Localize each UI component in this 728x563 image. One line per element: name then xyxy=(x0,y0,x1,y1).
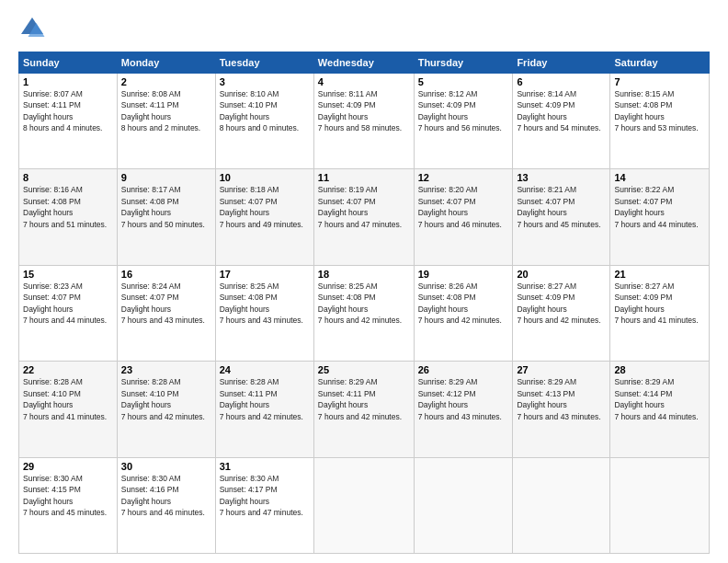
day-info: Sunrise: 8:22 AMSunset: 4:07 PMDaylight … xyxy=(614,185,698,228)
calendar-day-cell: 17 Sunrise: 8:25 AMSunset: 4:08 PMDaylig… xyxy=(215,265,313,361)
calendar-day-cell: 27 Sunrise: 8:29 AMSunset: 4:13 PMDaylig… xyxy=(513,362,610,457)
header xyxy=(18,15,710,42)
day-info: Sunrise: 8:25 AMSunset: 4:08 PMDaylight … xyxy=(220,282,303,325)
calendar-week-row: 8 Sunrise: 8:16 AMSunset: 4:08 PMDayligh… xyxy=(19,169,710,265)
day-info: Sunrise: 8:10 AMSunset: 4:10 PMDaylight … xyxy=(220,89,299,132)
calendar-day-cell: 25 Sunrise: 8:29 AMSunset: 4:11 PMDaylig… xyxy=(313,362,414,457)
calendar-day-cell: 31 Sunrise: 8:30 AMSunset: 4:17 PMDaylig… xyxy=(215,457,313,553)
day-info: Sunrise: 8:29 AMSunset: 4:14 PMDaylight … xyxy=(614,377,698,420)
day-info: Sunrise: 8:28 AMSunset: 4:10 PMDaylight … xyxy=(121,377,205,420)
calendar-day-cell xyxy=(313,457,414,553)
calendar-week-row: 15 Sunrise: 8:23 AMSunset: 4:07 PMDaylig… xyxy=(19,265,710,361)
day-number: 9 xyxy=(121,172,211,183)
calendar-day-cell: 9 Sunrise: 8:17 AMSunset: 4:08 PMDayligh… xyxy=(117,169,215,265)
day-number: 31 xyxy=(220,461,310,472)
day-info: Sunrise: 8:28 AMSunset: 4:10 PMDaylight … xyxy=(23,377,107,420)
weekday-header: Sunday xyxy=(19,52,118,74)
calendar-week-row: 29 Sunrise: 8:30 AMSunset: 4:15 PMDaylig… xyxy=(19,457,710,553)
day-number: 18 xyxy=(318,269,410,280)
weekday-header: Tuesday xyxy=(215,52,313,74)
calendar-day-cell: 10 Sunrise: 8:18 AMSunset: 4:07 PMDaylig… xyxy=(215,169,313,265)
calendar-day-cell: 12 Sunrise: 8:20 AMSunset: 4:07 PMDaylig… xyxy=(414,169,513,265)
day-number: 7 xyxy=(614,76,705,87)
day-info: Sunrise: 8:12 AMSunset: 4:09 PMDaylight … xyxy=(418,89,502,132)
calendar-day-cell: 22 Sunrise: 8:28 AMSunset: 4:10 PMDaylig… xyxy=(19,362,118,457)
day-info: Sunrise: 8:29 AMSunset: 4:13 PMDaylight … xyxy=(517,377,600,420)
calendar-day-cell: 1 Sunrise: 8:07 AMSunset: 4:11 PMDayligh… xyxy=(19,74,118,169)
day-info: Sunrise: 8:18 AMSunset: 4:07 PMDaylight … xyxy=(220,185,303,228)
day-number: 15 xyxy=(23,269,113,280)
calendar-day-cell: 26 Sunrise: 8:29 AMSunset: 4:12 PMDaylig… xyxy=(414,362,513,457)
calendar-day-cell: 11 Sunrise: 8:19 AMSunset: 4:07 PMDaylig… xyxy=(313,169,414,265)
day-info: Sunrise: 8:14 AMSunset: 4:09 PMDaylight … xyxy=(517,89,600,132)
day-number: 23 xyxy=(121,364,211,375)
day-info: Sunrise: 8:30 AMSunset: 4:16 PMDaylight … xyxy=(121,474,205,517)
day-number: 24 xyxy=(220,364,310,375)
day-info: Sunrise: 8:29 AMSunset: 4:11 PMDaylight … xyxy=(318,377,402,420)
calendar-day-cell: 14 Sunrise: 8:22 AMSunset: 4:07 PMDaylig… xyxy=(610,169,710,265)
calendar-day-cell: 30 Sunrise: 8:30 AMSunset: 4:16 PMDaylig… xyxy=(117,457,215,553)
calendar-day-cell: 28 Sunrise: 8:29 AMSunset: 4:14 PMDaylig… xyxy=(610,362,710,457)
calendar-day-cell: 21 Sunrise: 8:27 AMSunset: 4:09 PMDaylig… xyxy=(610,265,710,361)
day-number: 21 xyxy=(614,269,705,280)
day-info: Sunrise: 8:11 AMSunset: 4:09 PMDaylight … xyxy=(318,89,402,132)
day-info: Sunrise: 8:17 AMSunset: 4:08 PMDaylight … xyxy=(121,185,205,228)
calendar-day-cell xyxy=(513,457,610,553)
calendar-day-cell: 4 Sunrise: 8:11 AMSunset: 4:09 PMDayligh… xyxy=(313,74,414,169)
day-number: 30 xyxy=(121,461,211,472)
day-number: 5 xyxy=(418,76,509,87)
day-info: Sunrise: 8:29 AMSunset: 4:12 PMDaylight … xyxy=(418,377,502,420)
weekday-header: Thursday xyxy=(414,52,513,74)
day-number: 8 xyxy=(23,172,113,183)
weekday-header: Saturday xyxy=(610,52,710,74)
day-info: Sunrise: 8:26 AMSunset: 4:08 PMDaylight … xyxy=(418,282,502,325)
calendar-day-cell: 7 Sunrise: 8:15 AMSunset: 4:08 PMDayligh… xyxy=(610,74,710,169)
day-info: Sunrise: 8:20 AMSunset: 4:07 PMDaylight … xyxy=(418,185,502,228)
day-number: 1 xyxy=(23,76,113,87)
calendar-day-cell: 2 Sunrise: 8:08 AMSunset: 4:11 PMDayligh… xyxy=(117,74,215,169)
day-info: Sunrise: 8:28 AMSunset: 4:11 PMDaylight … xyxy=(220,377,303,420)
calendar-header-row: SundayMondayTuesdayWednesdayThursdayFrid… xyxy=(19,52,710,74)
calendar-day-cell: 3 Sunrise: 8:10 AMSunset: 4:10 PMDayligh… xyxy=(215,74,313,169)
day-number: 17 xyxy=(220,269,310,280)
calendar-day-cell: 15 Sunrise: 8:23 AMSunset: 4:07 PMDaylig… xyxy=(19,265,118,361)
day-info: Sunrise: 8:19 AMSunset: 4:07 PMDaylight … xyxy=(318,185,402,228)
calendar-day-cell: 13 Sunrise: 8:21 AMSunset: 4:07 PMDaylig… xyxy=(513,169,610,265)
page: SundayMondayTuesdayWednesdayThursdayFrid… xyxy=(0,0,728,563)
day-info: Sunrise: 8:24 AMSunset: 4:07 PMDaylight … xyxy=(121,282,205,325)
logo xyxy=(18,15,48,42)
calendar-day-cell: 18 Sunrise: 8:25 AMSunset: 4:08 PMDaylig… xyxy=(313,265,414,361)
weekday-header: Monday xyxy=(117,52,215,74)
day-info: Sunrise: 8:27 AMSunset: 4:09 PMDaylight … xyxy=(517,282,600,325)
calendar: SundayMondayTuesdayWednesdayThursdayFrid… xyxy=(18,52,710,554)
calendar-day-cell: 6 Sunrise: 8:14 AMSunset: 4:09 PMDayligh… xyxy=(513,74,610,169)
day-info: Sunrise: 8:30 AMSunset: 4:15 PMDaylight … xyxy=(23,474,107,517)
calendar-day-cell: 8 Sunrise: 8:16 AMSunset: 4:08 PMDayligh… xyxy=(19,169,118,265)
calendar-day-cell: 20 Sunrise: 8:27 AMSunset: 4:09 PMDaylig… xyxy=(513,265,610,361)
calendar-week-row: 1 Sunrise: 8:07 AMSunset: 4:11 PMDayligh… xyxy=(19,74,710,169)
weekday-header: Wednesday xyxy=(313,52,414,74)
day-number: 11 xyxy=(318,172,410,183)
day-info: Sunrise: 8:08 AMSunset: 4:11 PMDaylight … xyxy=(121,89,200,132)
day-number: 3 xyxy=(220,76,310,87)
day-number: 22 xyxy=(23,364,113,375)
calendar-day-cell: 23 Sunrise: 8:28 AMSunset: 4:10 PMDaylig… xyxy=(117,362,215,457)
calendar-week-row: 22 Sunrise: 8:28 AMSunset: 4:10 PMDaylig… xyxy=(19,362,710,457)
day-info: Sunrise: 8:23 AMSunset: 4:07 PMDaylight … xyxy=(23,282,107,325)
day-number: 2 xyxy=(121,76,211,87)
day-number: 28 xyxy=(614,364,705,375)
logo-icon xyxy=(18,15,46,42)
day-number: 29 xyxy=(23,461,113,472)
calendar-day-cell: 29 Sunrise: 8:30 AMSunset: 4:15 PMDaylig… xyxy=(19,457,118,553)
calendar-day-cell xyxy=(414,457,513,553)
calendar-day-cell: 16 Sunrise: 8:24 AMSunset: 4:07 PMDaylig… xyxy=(117,265,215,361)
day-info: Sunrise: 8:15 AMSunset: 4:08 PMDaylight … xyxy=(614,89,698,132)
day-info: Sunrise: 8:16 AMSunset: 4:08 PMDaylight … xyxy=(23,185,107,228)
day-number: 14 xyxy=(614,172,705,183)
calendar-day-cell xyxy=(610,457,710,553)
day-info: Sunrise: 8:21 AMSunset: 4:07 PMDaylight … xyxy=(517,185,600,228)
day-info: Sunrise: 8:30 AMSunset: 4:17 PMDaylight … xyxy=(220,474,303,517)
day-info: Sunrise: 8:07 AMSunset: 4:11 PMDaylight … xyxy=(23,89,102,132)
day-number: 12 xyxy=(418,172,509,183)
day-number: 4 xyxy=(318,76,410,87)
